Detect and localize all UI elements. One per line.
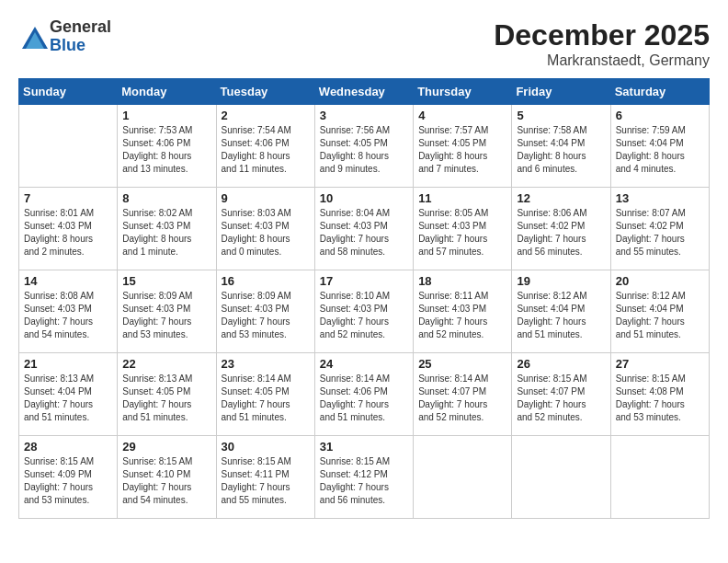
day-cell: 15Sunrise: 8:09 AM Sunset: 4:03 PM Dayli…	[118, 270, 216, 353]
day-cell: 8Sunrise: 8:02 AM Sunset: 4:03 PM Daylig…	[118, 188, 216, 270]
day-number: 14	[24, 274, 112, 288]
day-cell: 6Sunrise: 7:59 AM Sunset: 4:04 PM Daylig…	[610, 105, 709, 188]
day-cell: 7Sunrise: 8:01 AM Sunset: 4:03 PM Daylig…	[19, 188, 118, 270]
day-info: Sunrise: 7:57 AM Sunset: 4:05 PM Dayligh…	[418, 124, 506, 176]
day-number: 24	[320, 357, 408, 371]
day-cell: 16Sunrise: 8:09 AM Sunset: 4:03 PM Dayli…	[216, 270, 314, 353]
day-cell: 4Sunrise: 7:57 AM Sunset: 4:05 PM Daylig…	[414, 105, 512, 188]
day-cell: 10Sunrise: 8:04 AM Sunset: 4:03 PM Dayli…	[314, 188, 413, 270]
day-number: 6	[616, 109, 704, 122]
day-info: Sunrise: 8:10 AM Sunset: 4:03 PM Dayligh…	[320, 290, 408, 341]
calendar: SundayMondayTuesdayWednesdayThursdayFrid…	[18, 78, 710, 519]
day-number: 20	[616, 274, 704, 288]
title-block: December 2025 Markranstaedt, Germany	[494, 18, 710, 69]
page-header: General Blue December 2025 Markranstaedt…	[18, 18, 710, 69]
day-number: 1	[122, 109, 210, 122]
day-info: Sunrise: 8:08 AM Sunset: 4:03 PM Dayligh…	[24, 290, 112, 341]
day-info: Sunrise: 8:14 AM Sunset: 4:05 PM Dayligh…	[222, 373, 310, 424]
week-row-1: 1Sunrise: 7:53 AM Sunset: 4:06 PM Daylig…	[19, 105, 710, 188]
day-info: Sunrise: 8:15 AM Sunset: 4:10 PM Dayligh…	[122, 455, 210, 507]
day-info: Sunrise: 8:04 AM Sunset: 4:03 PM Dayligh…	[320, 207, 408, 259]
day-cell: 27Sunrise: 8:15 AM Sunset: 4:08 PM Dayli…	[610, 353, 709, 436]
day-info: Sunrise: 8:15 AM Sunset: 4:09 PM Dayligh…	[24, 455, 112, 507]
day-cell: 30Sunrise: 8:15 AM Sunset: 4:11 PM Dayli…	[216, 436, 314, 519]
day-cell: 17Sunrise: 8:10 AM Sunset: 4:03 PM Dayli…	[314, 270, 413, 353]
week-row-2: 7Sunrise: 8:01 AM Sunset: 4:03 PM Daylig…	[19, 188, 710, 270]
day-cell: 19Sunrise: 8:12 AM Sunset: 4:04 PM Dayli…	[512, 270, 610, 353]
day-cell	[19, 105, 118, 188]
day-info: Sunrise: 8:09 AM Sunset: 4:03 PM Dayligh…	[222, 290, 310, 341]
day-info: Sunrise: 8:07 AM Sunset: 4:02 PM Dayligh…	[616, 207, 704, 259]
weekday-header-sunday: Sunday	[19, 79, 118, 105]
day-info: Sunrise: 8:12 AM Sunset: 4:04 PM Dayligh…	[616, 290, 704, 341]
day-info: Sunrise: 8:14 AM Sunset: 4:07 PM Dayligh…	[418, 373, 506, 424]
day-info: Sunrise: 7:56 AM Sunset: 4:05 PM Dayligh…	[320, 124, 408, 176]
day-cell: 1Sunrise: 7:53 AM Sunset: 4:06 PM Daylig…	[118, 105, 216, 188]
day-number: 15	[122, 274, 210, 288]
day-cell: 9Sunrise: 8:03 AM Sunset: 4:03 PM Daylig…	[216, 188, 314, 270]
day-info: Sunrise: 8:15 AM Sunset: 4:11 PM Dayligh…	[222, 455, 310, 507]
day-info: Sunrise: 7:59 AM Sunset: 4:04 PM Dayligh…	[616, 124, 704, 176]
day-number: 23	[222, 357, 310, 371]
day-number: 2	[222, 109, 310, 122]
day-number: 29	[122, 440, 210, 454]
day-info: Sunrise: 8:13 AM Sunset: 4:04 PM Dayligh…	[24, 373, 112, 424]
day-info: Sunrise: 8:13 AM Sunset: 4:05 PM Dayligh…	[122, 373, 210, 424]
day-cell: 12Sunrise: 8:06 AM Sunset: 4:02 PM Dayli…	[512, 188, 610, 270]
day-cell: 24Sunrise: 8:14 AM Sunset: 4:06 PM Dayli…	[314, 353, 413, 436]
month-title: December 2025	[494, 18, 710, 52]
day-number: 4	[418, 109, 506, 122]
day-number: 16	[222, 274, 310, 288]
day-info: Sunrise: 8:05 AM Sunset: 4:03 PM Dayligh…	[418, 207, 506, 259]
day-number: 13	[616, 191, 704, 205]
day-cell: 31Sunrise: 8:15 AM Sunset: 4:12 PM Dayli…	[314, 436, 413, 519]
week-row-5: 28Sunrise: 8:15 AM Sunset: 4:09 PM Dayli…	[19, 436, 710, 519]
day-cell: 21Sunrise: 8:13 AM Sunset: 4:04 PM Dayli…	[19, 353, 118, 436]
day-number: 12	[517, 191, 605, 205]
day-cell: 5Sunrise: 7:58 AM Sunset: 4:04 PM Daylig…	[512, 105, 610, 188]
day-number: 10	[320, 191, 408, 205]
day-cell: 29Sunrise: 8:15 AM Sunset: 4:10 PM Dayli…	[118, 436, 216, 519]
weekday-header-tuesday: Tuesday	[216, 79, 314, 105]
day-number: 18	[418, 274, 506, 288]
logo-general: General	[50, 18, 111, 37]
day-info: Sunrise: 7:53 AM Sunset: 4:06 PM Dayligh…	[122, 124, 210, 176]
day-info: Sunrise: 8:15 AM Sunset: 4:08 PM Dayligh…	[616, 373, 704, 424]
day-cell	[610, 436, 709, 519]
day-cell: 22Sunrise: 8:13 AM Sunset: 4:05 PM Dayli…	[118, 353, 216, 436]
day-cell: 14Sunrise: 8:08 AM Sunset: 4:03 PM Dayli…	[19, 270, 118, 353]
logo-blue: Blue	[50, 37, 111, 55]
day-number: 11	[418, 191, 506, 205]
week-row-4: 21Sunrise: 8:13 AM Sunset: 4:04 PM Dayli…	[19, 353, 710, 436]
day-number: 7	[24, 191, 112, 205]
day-info: Sunrise: 8:06 AM Sunset: 4:02 PM Dayligh…	[517, 207, 605, 259]
day-cell: 23Sunrise: 8:14 AM Sunset: 4:05 PM Dayli…	[216, 353, 314, 436]
logo-text: General Blue	[50, 18, 111, 55]
weekday-header-thursday: Thursday	[414, 79, 512, 105]
day-info: Sunrise: 8:02 AM Sunset: 4:03 PM Dayligh…	[122, 207, 210, 259]
day-number: 26	[517, 357, 605, 371]
day-info: Sunrise: 8:11 AM Sunset: 4:03 PM Dayligh…	[418, 290, 506, 341]
day-info: Sunrise: 8:12 AM Sunset: 4:04 PM Dayligh…	[517, 290, 605, 341]
day-number: 31	[320, 440, 408, 454]
day-number: 19	[517, 274, 605, 288]
day-number: 3	[320, 109, 408, 122]
day-info: Sunrise: 7:58 AM Sunset: 4:04 PM Dayligh…	[517, 124, 605, 176]
day-info: Sunrise: 7:54 AM Sunset: 4:06 PM Dayligh…	[222, 124, 310, 176]
weekday-header-wednesday: Wednesday	[314, 79, 413, 105]
day-info: Sunrise: 8:15 AM Sunset: 4:12 PM Dayligh…	[320, 455, 408, 507]
day-cell: 2Sunrise: 7:54 AM Sunset: 4:06 PM Daylig…	[216, 105, 314, 188]
day-number: 22	[122, 357, 210, 371]
day-number: 27	[616, 357, 704, 371]
location: Markranstaedt, Germany	[494, 52, 710, 69]
day-number: 21	[24, 357, 112, 371]
logo-icon	[18, 23, 46, 51]
day-cell: 11Sunrise: 8:05 AM Sunset: 4:03 PM Dayli…	[414, 188, 512, 270]
week-row-3: 14Sunrise: 8:08 AM Sunset: 4:03 PM Dayli…	[19, 270, 710, 353]
day-number: 5	[517, 109, 605, 122]
logo: General Blue	[18, 18, 111, 55]
weekday-header-saturday: Saturday	[610, 79, 709, 105]
day-cell: 28Sunrise: 8:15 AM Sunset: 4:09 PM Dayli…	[19, 436, 118, 519]
day-cell: 20Sunrise: 8:12 AM Sunset: 4:04 PM Dayli…	[610, 270, 709, 353]
day-cell: 25Sunrise: 8:14 AM Sunset: 4:07 PM Dayli…	[414, 353, 512, 436]
